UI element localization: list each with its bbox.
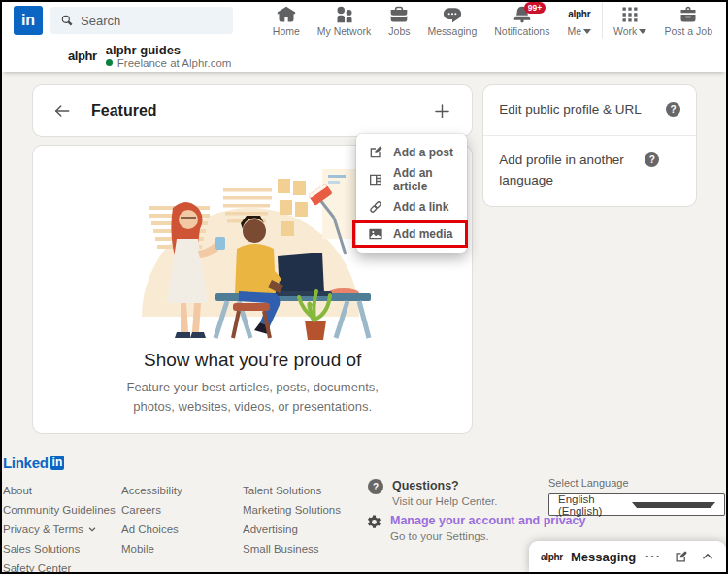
work-grid-icon	[620, 5, 640, 24]
nav-me-label: Me	[567, 25, 581, 37]
footer-link-advertising[interactable]: Advertising	[243, 520, 369, 539]
add-featured-dropdown: Add a post Add an article Add a link Add…	[356, 134, 467, 253]
nav-messaging-label: Messaging	[427, 25, 477, 37]
linkedin-logo[interactable]: in	[14, 6, 43, 35]
add-profile-language-label: Add profile in another language	[499, 151, 645, 191]
help-question-icon[interactable]: ?	[666, 102, 680, 117]
footer-link-careers[interactable]: Careers	[121, 500, 243, 520]
questions-title[interactable]: Questions?	[392, 479, 497, 493]
page-title: Featured	[91, 102, 157, 119]
profile-context-bar: alphr alphr guides Freelance at Alphr.co…	[2, 39, 726, 72]
footer-questions-block: ? Questions? Visit our Help Center.	[368, 479, 497, 507]
footer-link-small-business[interactable]: Small Business	[243, 539, 369, 558]
profile-name: alphr guides	[106, 43, 232, 57]
menu-item-add-media[interactable]: Add media	[356, 220, 467, 248]
menu-item-label: Add a post	[393, 146, 453, 159]
menu-item-add-a-post[interactable]: Add a post	[356, 139, 467, 166]
footer-link-mobile[interactable]: Mobile	[121, 539, 243, 558]
add-featured-button[interactable]	[432, 101, 452, 121]
profile-tools-card: Edit public profile & URL ? Add profile …	[483, 85, 696, 206]
messaging-widget[interactable]: alphr Messaging ···	[529, 541, 726, 572]
me-avatar: alphr	[568, 5, 590, 24]
chevron-up-icon[interactable]	[701, 550, 714, 563]
footer-link-about[interactable]: About	[3, 481, 121, 500]
add-link-icon	[368, 199, 383, 215]
footer-column-1: About Community Guidelines Privacy & Ter…	[3, 481, 121, 574]
footer-language-block: Select Language English (English)	[548, 477, 725, 516]
compose-icon[interactable]	[674, 550, 688, 564]
footer-link-privacy-terms[interactable]: Privacy & Terms	[3, 520, 121, 539]
caret-down-icon	[583, 29, 591, 34]
profile-status: Freelance at Alphr.com	[117, 57, 232, 69]
nav-jobs[interactable]: Jobs	[380, 2, 418, 39]
manage-account-link[interactable]: Manage your account and privacy	[390, 514, 585, 528]
language-select[interactable]: English (English)	[548, 493, 725, 516]
menu-item-label: Add media	[393, 227, 452, 241]
footer-link-accessibility[interactable]: Accessibility	[121, 481, 243, 500]
footer-link-ad-choices[interactable]: Ad Choices	[121, 520, 243, 539]
menu-item-label: Add a link	[393, 200, 448, 214]
empty-state-line2: photos, websites, videos, or presentatio…	[33, 397, 472, 417]
messaging-widget-title: Messaging	[571, 550, 636, 564]
language-select-value: English (English)	[558, 493, 632, 517]
footer-link-marketing-solutions[interactable]: Marketing Solutions	[243, 500, 369, 520]
footer-link-sales-solutions[interactable]: Sales Solutions	[3, 539, 121, 558]
nav-work[interactable]: Work	[605, 2, 655, 39]
questions-subtitle: Visit our Help Center.	[392, 495, 497, 507]
edit-public-profile-label: Edit public profile & URL	[499, 100, 666, 120]
menu-item-label: Add an article	[393, 166, 455, 193]
footer-link-community-guidelines[interactable]: Community Guidelines	[3, 500, 121, 520]
nav-post-a-job-label: Post a Job	[664, 25, 712, 37]
linkedin-page: in Home My Network Jobs Messaging	[0, 0, 728, 574]
chevron-down-icon	[87, 524, 97, 534]
search-bar[interactable]	[50, 7, 233, 34]
add-media-icon	[368, 226, 383, 242]
presence-dot-icon	[106, 59, 113, 66]
nav-home-label: Home	[273, 25, 300, 37]
profile-avatar[interactable]: alphr	[68, 49, 97, 63]
nav-my-network[interactable]: My Network	[309, 2, 380, 39]
footer-logo-badge: in	[50, 456, 65, 470]
search-icon	[60, 14, 74, 27]
nav-divider	[602, 2, 603, 39]
nav-post-a-job[interactable]: Post a Job	[655, 2, 726, 39]
nav-messaging[interactable]: Messaging	[418, 2, 485, 39]
empty-state-line1: Feature your best articles, posts, docum…	[33, 378, 472, 397]
footer-link-talent-solutions[interactable]: Talent Solutions	[243, 481, 369, 500]
nav-notifications[interactable]: 99+ Notifications	[485, 2, 558, 39]
nav-home[interactable]: Home	[264, 2, 309, 39]
footer-column-3: Talent Solutions Marketing Solutions Adv…	[243, 481, 369, 574]
edit-public-profile-link[interactable]: Edit public profile & URL ?	[483, 85, 696, 135]
footer-column-2: Accessibility Careers Ad Choices Mobile	[121, 481, 243, 574]
nav-items: Home My Network Jobs Messaging 99+ Notif…	[264, 2, 726, 39]
menu-item-add-a-link[interactable]: Add a link	[356, 193, 467, 220]
messaging-icon	[443, 5, 462, 24]
add-article-icon	[368, 172, 383, 187]
menu-item-add-an-article[interactable]: Add an article	[356, 166, 467, 193]
nav-me[interactable]: alphr Me	[558, 2, 600, 39]
footer-wordmark: Linked	[3, 455, 49, 471]
messaging-avatar: alphr	[541, 552, 563, 562]
help-question-icon[interactable]: ?	[645, 152, 659, 167]
footer-manage-block: Manage your account and privacy Go to yo…	[366, 514, 585, 542]
select-language-label: Select Language	[548, 477, 725, 489]
help-question-icon: ?	[368, 479, 383, 494]
messaging-overflow-icon[interactable]: ···	[645, 552, 661, 561]
my-network-icon	[335, 5, 354, 24]
home-icon	[277, 5, 296, 24]
empty-state-title: Show what you're proud of	[33, 350, 472, 371]
empty-state-illustration	[130, 157, 375, 340]
nav-jobs-label: Jobs	[388, 25, 410, 37]
footer-linkedin-logo: Linked in	[3, 455, 64, 471]
footer-link-safety-center[interactable]: Safety Center	[3, 558, 121, 574]
nav-work-label: Work	[613, 25, 637, 37]
jobs-icon	[389, 5, 409, 24]
search-input[interactable]	[81, 14, 207, 28]
featured-header-card: Featured	[33, 85, 472, 136]
top-navigation-bar: in Home My Network Jobs Messaging	[2, 2, 726, 39]
back-arrow-icon[interactable]	[52, 101, 72, 120]
nav-notifications-label: Notifications	[494, 25, 549, 37]
post-job-icon	[678, 5, 698, 24]
add-profile-language-link[interactable]: Add profile in another language ?	[483, 136, 696, 206]
select-caret-icon	[632, 502, 715, 508]
